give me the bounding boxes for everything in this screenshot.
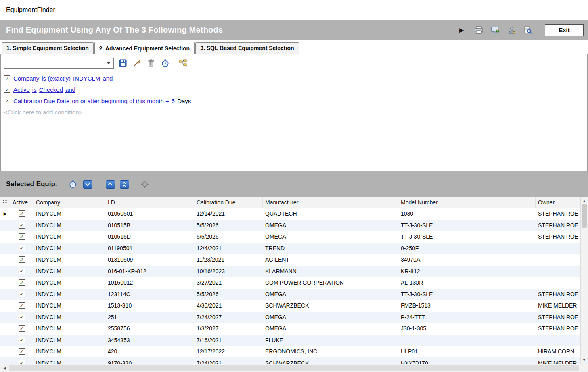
tree-icon[interactable] [178,58,188,68]
condition-link[interactable]: Company [13,75,39,82]
condition-link[interactable]: Calibration Due Date [13,98,69,104]
saved-filter-combo[interactable] [4,58,114,69]
condition-checkbox[interactable]: ✓ [4,75,10,81]
toolbar-overflow-arrow-icon[interactable]: ▶ [459,27,465,34]
active-checkbox[interactable]: ✓ [19,360,25,364]
row-selector[interactable]: ▶ [0,211,10,216]
save-icon[interactable] [117,58,128,68]
column-header-active[interactable]: Active [10,197,33,208]
scroll-left-icon[interactable]: ◀ [0,364,8,372]
cell-active: ✓ [10,210,33,217]
column-header-owner[interactable]: Owner [536,197,580,208]
cell-id: 9170-330 [105,360,194,364]
cell-owner: STEPHAN ROE [536,222,580,229]
brush-icon[interactable] [132,58,142,68]
column-header-calibration-due[interactable]: Calibration Due [194,197,263,208]
move-up-icon[interactable] [106,180,115,189]
table-row[interactable]: ✓INDYCLM016-01-KR-81210/16/2023KLARMANNK… [0,266,580,277]
condition-link[interactable]: INDYCLM [73,75,100,82]
condition-link[interactable]: on or after beginning of this month + [72,98,169,104]
table-row[interactable]: ✓INDYCLM1513-3104/30/2021SCHWARZBECKFMZB… [0,300,580,312]
active-checkbox[interactable]: ✓ [19,233,25,240]
cell-active: ✓ [10,268,33,274]
cell-active: ✓ [10,325,33,332]
combo-dropdown-icon[interactable] [104,58,113,68]
condition-link[interactable]: Checked [39,86,63,93]
active-checkbox[interactable]: ✓ [19,325,25,332]
horizontal-scrollbar[interactable]: ◀ ▶ [0,364,588,372]
table-row[interactable]: ✓INDYCLM2517/24/2027OMEGAP-24-TTTSTEPHAN… [0,312,580,323]
cell-model-number: J30-1-305 [398,325,536,332]
cell-company: INDYCLM [33,233,105,240]
vertical-scroll-thumb[interactable] [582,204,587,228]
condition-checkbox[interactable]: ✓ [4,87,10,93]
cell-active: ✓ [10,279,33,286]
active-checkbox[interactable]: ✓ [19,256,25,263]
condition-link[interactable]: is [32,86,37,93]
condition-link[interactable]: and [65,86,75,93]
table-row[interactable]: ✓INDYCLM34543537/16/2021FLUKE [0,335,580,346]
tab-strip: 1. Simple Equipment Selection 2. Advance… [0,40,588,54]
search-document-icon[interactable] [522,25,534,36]
conditions-list: ✓Companyis (exactly)INDYCLMand✓ActiveisC… [1,70,587,104]
stopwatch-icon[interactable] [160,58,170,68]
active-checkbox[interactable]: ✓ [19,210,25,217]
user-icon[interactable] [506,25,518,36]
cell-active: ✓ [10,360,33,364]
cell-id: 3454353 [105,337,194,343]
table-row[interactable]: ✓INDYCLM123114C5/5/2026OMEGATT-J-30-SLES… [0,289,580,300]
tab-simple-selection[interactable]: 1. Simple Equipment Selection [2,42,94,54]
cell-manufacturer: SCHWARZBECK [263,302,398,309]
active-checkbox[interactable]: ✓ [19,348,25,355]
active-checkbox[interactable]: ✓ [19,245,25,251]
cell-model-number: HXY70170 [398,360,536,364]
active-checkbox[interactable]: ✓ [19,337,25,343]
locate-icon[interactable] [140,179,150,189]
add-condition-link[interactable]: <Click here to add condition> [1,109,587,116]
table-row[interactable]: ✓INDYCLM101600123/27/2021COM POWER CORPE… [0,277,580,289]
table-row[interactable]: ✓INDYCLM0131050911/23/2021AGILENT34970A [0,254,580,266]
condition-link[interactable]: Active [13,86,30,93]
active-checkbox[interactable]: ✓ [19,291,25,297]
filter-panel: ✓Companyis (exactly)INDYCLMand✓ActiveisC… [0,54,588,171]
column-header-company[interactable]: Company [33,197,105,208]
cell-model-number: 0-250F [398,245,536,251]
column-header-model-number[interactable]: Model Number [398,197,536,208]
cell-model-number: KR-812 [398,268,536,274]
active-checkbox[interactable]: ✓ [19,279,25,286]
tab-advanced-selection[interactable]: 2. Advanced Equipment Selection [94,42,195,54]
cell-model-number: TT-J-30-SLE [398,233,536,240]
table-row[interactable]: ▶✓INDYCLM0105050112/14/2021QUADTECH1030S… [0,208,580,220]
move-down-icon[interactable] [83,180,92,189]
tab-sql-selection[interactable]: 3. SQL Based Equipment Selection [195,42,299,54]
scroll-down-icon[interactable]: ▼ [581,356,588,364]
column-header-manufacturer[interactable]: Manufacturer [263,197,398,208]
condition-link[interactable]: is (exactly) [42,75,71,82]
vertical-scrollbar[interactable]: ▲ ▼ [580,197,588,364]
table-row[interactable]: ✓INDYCLM9170-3307/24/2021SCHWARZBECKHXY7… [0,357,580,364]
stopwatch-icon[interactable] [68,179,78,189]
horizontal-scroll-thumb[interactable] [9,365,579,371]
column-header-id[interactable]: I.D. [105,197,194,208]
table-row[interactable]: ✓INDYCLM010515B5/5/2026OMEGATT-J-30-SLES… [0,220,580,231]
condition-checkbox[interactable]: ✓ [4,98,10,104]
table-row[interactable]: ✓INDYCLM010515D5/5/2026OMEGATT-J-30-SLES… [0,231,580,243]
user-monitor-icon[interactable] [490,25,502,36]
table-row[interactable]: ✓INDYCLM42012/17/2022ERGONOMICS, INCULP0… [0,346,580,357]
condition-link[interactable]: and [103,75,113,82]
exit-button[interactable]: Exit [545,24,584,36]
active-checkbox[interactable]: ✓ [19,268,25,274]
active-checkbox[interactable]: ✓ [19,314,25,320]
cell-calibration-due: 5/5/2026 [194,222,263,229]
scroll-up-icon[interactable]: ▲ [581,197,588,204]
print-icon[interactable] [473,25,485,36]
cell-calibration-due: 10/16/2023 [194,268,263,274]
table-row[interactable]: ✓INDYCLM25587561/3/2027OMEGAJ30-1-305STE… [0,323,580,335]
move-top-icon[interactable] [120,180,129,189]
table-row[interactable]: ✓INDYCLM0119050112/4/2021TREND0-250F [0,243,580,254]
condition-link[interactable]: 5 [172,98,175,104]
trash-icon[interactable] [146,58,156,68]
header-toolbar: ▶ [459,24,584,36]
active-checkbox[interactable]: ✓ [19,302,25,309]
active-checkbox[interactable]: ✓ [19,222,25,229]
